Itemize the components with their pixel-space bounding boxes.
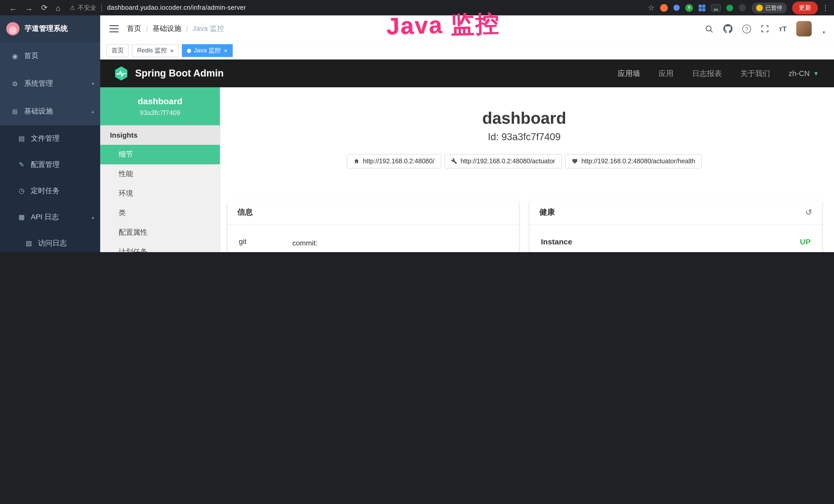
address-bar[interactable]: dashboard.yudao.iocoder.cn/infra/admin-s… <box>107 4 246 11</box>
chevron-up-icon: ▴ <box>92 109 94 114</box>
chrome-menu-icon[interactable]: ⋮ <box>822 4 829 12</box>
sidebar-item-file-management[interactable]: ▤ 文件管理 <box>0 125 100 152</box>
document-icon: ▧ <box>25 239 33 247</box>
security-indicator[interactable]: ⚠ 不安全 <box>70 3 96 12</box>
tabs-bar: 首页 Redis 监控 × Java 监控 × <box>100 42 834 60</box>
log-icon: ▦ <box>18 213 26 221</box>
sba-item-config-props[interactable]: 配置属性 <box>100 223 220 243</box>
sidebar-item-home[interactable]: ◉ 首页 <box>0 42 100 70</box>
sba-nav-applications[interactable]: 应用 <box>659 69 674 78</box>
forward-icon[interactable]: → <box>25 3 33 12</box>
chevron-down-icon: ▾ <box>92 81 94 86</box>
gear-icon: ⚙ <box>11 80 19 88</box>
health-url-button[interactable]: http://192.168.0.2:48080/actuator/health <box>565 154 702 168</box>
service-url-button[interactable]: http://192.168.0.2:48080/ <box>347 154 441 168</box>
sidebar-item-config-management[interactable]: ✎ 配置管理 <box>0 152 100 178</box>
sba-nav-wallboard[interactable]: 应用墙 <box>618 69 640 78</box>
annotation-java-monitor: Java 监控 <box>386 8 500 43</box>
heart-icon <box>571 158 578 164</box>
edit-icon: ✎ <box>18 161 26 168</box>
active-dot <box>187 48 191 53</box>
instance-id: Id: 93a3fc7f7409 <box>227 132 821 143</box>
sba-navbar: Spring Boot Admin 应用墙 应用 日志报表 关于我们 zh-CN… <box>100 60 834 87</box>
sidebar-item-infrastructure[interactable]: ⊞ 基础设施 ▴ <box>0 97 100 125</box>
search-icon[interactable] <box>705 24 714 33</box>
close-icon[interactable]: × <box>224 47 227 54</box>
close-icon[interactable]: × <box>170 47 174 54</box>
extension-fox-icon[interactable] <box>660 4 668 12</box>
sidebar-item-api-logs[interactable]: ▦ API 日志 ▴ <box>0 204 100 230</box>
bookmark-star-icon[interactable]: ☆ <box>648 4 655 12</box>
security-label: 不安全 <box>78 3 96 12</box>
clock-icon: ◷ <box>18 187 26 194</box>
home-icon <box>353 158 359 164</box>
locale-selector[interactable]: zh-CN ▼ <box>789 69 819 77</box>
extension-puppeteer-icon[interactable] <box>739 4 746 11</box>
status-badge: UP <box>800 237 811 246</box>
sba-item-classes[interactable]: 类 <box>100 203 220 223</box>
sba-nav-journal[interactable]: 日志报表 <box>692 69 722 78</box>
sba-app-header[interactable]: dashboard 93a3fc7f7409 <box>100 87 220 125</box>
chevron-up-icon: ▴ <box>92 214 94 220</box>
home-icon[interactable]: ⌂ <box>56 3 60 12</box>
admin-sidebar: 芋道管理系统 ◉ 首页 ⚙ 系统管理 ▾ ⊞ 基础设施 ▴ ▤ 文件管理 ✎ 配… <box>0 16 100 252</box>
brand-logo-avatar <box>6 22 20 36</box>
collapse-sidebar-icon[interactable] <box>109 25 119 32</box>
sba-app-name: dashboard <box>138 96 182 107</box>
git-value: commit: time: 1596289704000 id: 27aa832 … <box>292 237 507 252</box>
fullscreen-icon[interactable] <box>761 25 769 33</box>
sba-sidebar: dashboard 93a3fc7f7409 Insights 细节 性能 环境… <box>100 87 220 252</box>
font-size-icon[interactable]: тT <box>779 25 787 33</box>
tab-java-monitor[interactable]: Java 监控 × <box>182 44 233 57</box>
sba-group-insights: Insights <box>100 125 220 145</box>
help-icon[interactable]: ? <box>742 24 751 33</box>
sba-item-metrics[interactable]: 性能 <box>100 164 220 184</box>
avatar-caret-icon: ▾ <box>823 30 825 37</box>
warning-icon: ⚠ <box>70 4 75 11</box>
sba-main: dashboard Id: 93a3fc7f7409 http://192.16… <box>220 87 834 252</box>
tab-redis-monitor[interactable]: Redis 监控 × <box>132 44 179 57</box>
screen: ← → ⟳ ⌂ ⚠ 不安全 dashboard.yudao.iocoder.cn… <box>0 0 834 252</box>
breadcrumb-infrastructure[interactable]: 基础设施 <box>153 24 181 33</box>
dashboard-icon: ◉ <box>11 52 19 60</box>
github-icon[interactable] <box>723 24 732 33</box>
sidebar-item-scheduled-tasks[interactable]: ◷ 定时任务 <box>0 178 100 204</box>
extension-paused-pill[interactable]: 已暂停 <box>751 2 787 13</box>
sba-item-environment[interactable]: 环境 <box>100 184 220 203</box>
monitor-icon: ⊞ <box>11 108 19 115</box>
sidebar-item-system-management[interactable]: ⚙ 系统管理 ▾ <box>0 70 100 97</box>
paused-label: 已暂停 <box>765 4 782 12</box>
extension-on-badge-icon[interactable]: on <box>711 4 721 12</box>
sba-nav-about[interactable]: 关于我们 <box>740 69 770 78</box>
actuator-url-button[interactable]: http://192.168.0.2:48080/actuator <box>444 154 562 168</box>
extension-drop-icon[interactable] <box>674 5 680 11</box>
instance-health-row[interactable]: Instance UP <box>541 237 811 252</box>
breadcrumb: 首页 / 基础设施 / Java 监控 <box>127 24 224 33</box>
chrome-update-button[interactable]: 更新 <box>792 1 818 14</box>
refresh-icon[interactable]: ⟳ <box>41 3 47 12</box>
git-row: git commit: time: 1596289704000 id: 27aa… <box>239 237 507 252</box>
sba-item-scheduled-tasks[interactable]: 计划任务 <box>100 243 220 252</box>
page-title: dashboard <box>227 109 821 128</box>
instance-label: Instance <box>541 237 572 246</box>
tab-home[interactable]: 首页 <box>106 44 129 57</box>
sba-item-details[interactable]: 细节 <box>100 145 220 164</box>
app-content: 首页 / 基础设施 / Java 监控 ? тT <box>100 16 834 252</box>
sba-brand[interactable]: Spring Boot Admin <box>113 66 224 81</box>
brand-title: 芋道管理系统 <box>25 24 68 33</box>
back-icon[interactable]: ← <box>9 3 17 12</box>
brand[interactable]: 芋道管理系统 <box>0 16 100 42</box>
instance-links: http://192.168.0.2:48080/ http://192.168… <box>227 154 821 168</box>
info-card-title: 信息 <box>227 200 519 225</box>
sidebar-item-access-logs[interactable]: ▧ 访问日志 <box>0 230 100 252</box>
breadcrumb-home[interactable]: 首页 <box>127 24 141 33</box>
sba-app-id: 93a3fc7f7409 <box>140 109 180 116</box>
extension-grid-icon[interactable] <box>699 4 705 11</box>
health-card-title: 健康 <box>540 207 555 217</box>
breadcrumb-current: Java 监控 <box>193 24 224 33</box>
history-icon[interactable]: ↺ <box>805 207 812 217</box>
extension-y-icon[interactable]: Y <box>685 4 693 12</box>
divider <box>102 4 102 12</box>
extension-sprout-icon[interactable] <box>726 4 733 11</box>
user-avatar[interactable] <box>796 21 812 37</box>
